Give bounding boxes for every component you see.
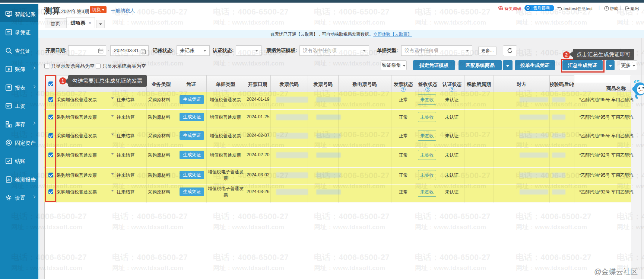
svg-text:?: ? [606,7,607,10]
svg-text:¥: ¥ [8,67,10,71]
